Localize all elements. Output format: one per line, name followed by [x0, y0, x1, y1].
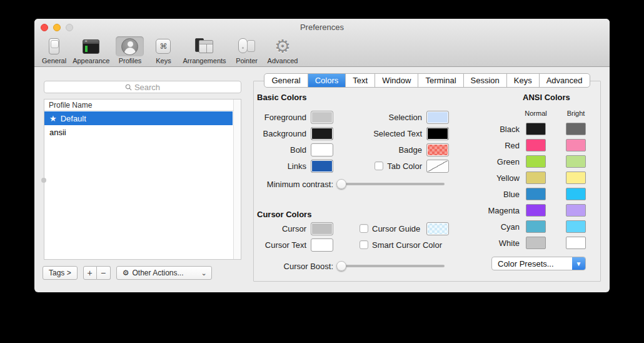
bold-label: Bold	[253, 145, 306, 155]
toolbar-item-arrangements[interactable]: Arrangements	[183, 36, 226, 64]
ansi-cyan-bright-well[interactable]	[566, 220, 586, 233]
search-placeholder: Search	[134, 83, 160, 92]
add-profile-button[interactable]: +	[83, 266, 97, 280]
profile-list-header[interactable]: Profile Name	[44, 100, 241, 111]
search-icon	[125, 84, 132, 91]
background-label: Background	[253, 129, 306, 138]
cursor-guide-checkbox[interactable]	[360, 224, 368, 233]
screen: Preferences General Appearance Profiles …	[0, 0, 644, 343]
tab-text[interactable]: Text	[345, 74, 375, 87]
cursor-color-well[interactable]	[311, 222, 333, 235]
ansi-row-yellow: Yellow	[476, 170, 586, 186]
color-presets-dropdown[interactable]: Color Presets... ▼	[491, 257, 586, 270]
selected-text-color-well[interactable]	[426, 127, 449, 140]
other-actions-dropdown[interactable]: ⚙ Other Actions... ⌄	[116, 266, 212, 280]
ansi-normal-header: Normal	[522, 110, 550, 117]
ansi-yellow-normal-well[interactable]	[526, 172, 546, 184]
tab-keys[interactable]: Keys	[506, 74, 539, 87]
cursor-text-label: Cursor Text	[253, 240, 306, 250]
minimum-contrast-slider[interactable]	[336, 179, 445, 189]
background-color-well[interactable]	[311, 127, 333, 140]
profile-name: ansii	[49, 128, 66, 137]
profile-name: Default	[61, 114, 86, 123]
ansi-white-normal-well[interactable]	[526, 237, 546, 249]
toolbar: General Appearance Profiles ⌘ Keys Arran…	[42, 36, 298, 64]
toolbar-item-appearance[interactable]: Appearance	[73, 36, 109, 64]
cursor-text-color-well[interactable]	[311, 238, 333, 252]
cursor-guide-color-well[interactable]	[426, 222, 449, 235]
links-label: Links	[253, 161, 306, 171]
keys-keycap-icon: ⌘	[156, 39, 171, 54]
foreground-color-well[interactable]	[311, 111, 333, 124]
tab-window[interactable]: Window	[375, 74, 418, 87]
links-color-well[interactable]	[311, 160, 333, 173]
remove-profile-button[interactable]: −	[97, 266, 111, 280]
ansi-row-cyan: Cyan	[476, 218, 586, 235]
ansi-row-red: Red	[476, 137, 586, 153]
profile-list-scrollbar[interactable]	[233, 100, 241, 259]
ansi-row-white: White	[476, 235, 586, 251]
selection-label: Selection	[389, 113, 422, 122]
ansi-blue-normal-well[interactable]	[526, 188, 546, 200]
cursor-guide-label: Cursor Guide	[372, 224, 420, 233]
ansi-row-blue: Blue	[476, 186, 586, 202]
profile-row-ansii[interactable]: ansii	[44, 125, 233, 139]
selection-color-well[interactable]	[426, 111, 449, 124]
badge-color-well[interactable]	[426, 143, 449, 156]
general-toggle-icon	[49, 38, 59, 54]
tags-button[interactable]: Tags >	[43, 266, 78, 280]
tab-general[interactable]: General	[264, 74, 307, 87]
bold-color-well[interactable]	[311, 143, 333, 156]
ansi-green-normal-well[interactable]	[526, 155, 546, 168]
ansi-white-bright-well[interactable]	[566, 237, 586, 249]
toolbar-item-advanced[interactable]: ⚙ Advanced	[268, 36, 298, 64]
slider-knob[interactable]	[336, 179, 346, 189]
badge-label: Badge	[398, 145, 422, 155]
tab-terminal[interactable]: Terminal	[418, 74, 463, 87]
ansi-black-bright-well[interactable]	[566, 123, 586, 135]
foreground-label: Foreground	[253, 113, 306, 122]
profiles-person-icon	[121, 38, 138, 55]
ansi-magenta-normal-well[interactable]	[526, 204, 546, 217]
tab-colors[interactable]: Colors	[308, 74, 346, 87]
ansi-red-normal-well[interactable]	[526, 139, 546, 151]
toolbar-item-keys[interactable]: ⌘ Keys	[150, 36, 176, 64]
cursor-boost-label: Cursor Boost:	[256, 262, 333, 271]
toolbar-item-general[interactable]: General	[42, 36, 66, 64]
toolbar-item-profiles[interactable]: Profiles	[116, 36, 144, 64]
profile-tabbar: General Colors Text Window Terminal Sess…	[253, 73, 601, 88]
basic-colors-left-column: Foreground Background Bold Links	[253, 109, 333, 174]
ansi-magenta-bright-well[interactable]	[566, 204, 586, 217]
tab-color-checkbox[interactable]	[375, 161, 383, 170]
profile-row-default[interactable]: ★ Default	[44, 111, 233, 125]
splitter-handle-dot[interactable]	[41, 178, 46, 183]
slider-knob[interactable]	[336, 261, 346, 271]
ansi-black-normal-well[interactable]	[526, 123, 546, 135]
toolbar-item-pointer[interactable]: Pointer	[233, 36, 261, 64]
ansi-blue-bright-well[interactable]	[566, 188, 586, 200]
ansi-red-bright-well[interactable]	[566, 139, 586, 151]
titlebar[interactable]: Preferences	[34, 19, 610, 36]
ansi-bright-header: Bright	[562, 110, 590, 117]
tab-color-well[interactable]	[426, 160, 449, 173]
arrangements-windows-icon	[195, 38, 214, 54]
tab-color-label: Tab Color	[387, 161, 422, 171]
chevron-down-icon: ▼	[572, 257, 585, 270]
selected-text-label: Selected Text	[373, 129, 422, 138]
ansi-green-bright-well[interactable]	[566, 155, 586, 168]
pointer-mouse-icon	[238, 38, 256, 54]
search-input[interactable]: Search	[44, 81, 241, 93]
cursor-boost-row: Cursor Boost:	[256, 260, 445, 272]
default-star-icon: ★	[49, 114, 57, 123]
minimum-contrast-row: Minimum contrast:	[256, 178, 445, 190]
tab-advanced[interactable]: Advanced	[539, 74, 590, 87]
smart-cursor-color-checkbox[interactable]	[360, 240, 368, 249]
ansi-yellow-bright-well[interactable]	[566, 172, 586, 184]
window-header: Preferences General Appearance Profiles …	[34, 19, 610, 67]
ansi-row-black: Black	[476, 121, 586, 137]
appearance-window-icon	[83, 39, 99, 54]
ansi-row-magenta: Magenta	[476, 202, 586, 218]
cursor-boost-slider[interactable]	[336, 261, 445, 271]
tab-session[interactable]: Session	[463, 74, 506, 87]
ansi-cyan-normal-well[interactable]	[526, 220, 546, 233]
